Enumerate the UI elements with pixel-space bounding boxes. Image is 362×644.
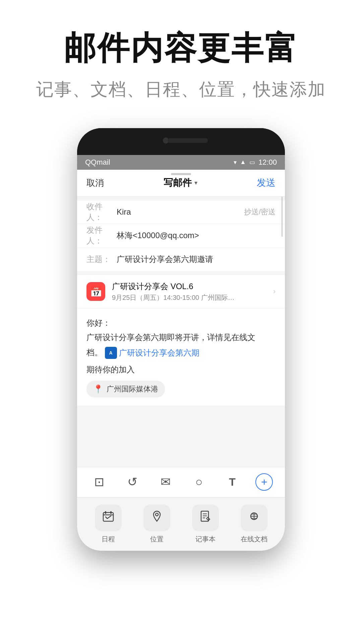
- calendar-chevron-icon: ›: [273, 287, 276, 296]
- location-label: 位置: [150, 535, 164, 544]
- body-line1: 广研设计分享会第六期即将开讲，详情见在线文: [86, 331, 276, 344]
- status-bar-right: ▾ ▲ ▭ 12:00: [234, 158, 277, 167]
- chevron-down-icon: ▾: [194, 179, 197, 186]
- email-form: 收件人： Kira 抄送/密送 发件人： 林海<10000@qq.com> 主题…: [77, 201, 285, 271]
- location-pin-icon: 📍: [93, 384, 103, 394]
- phone-mockup: QQmail ▾ ▲ ▭ 12:00 取消 写邮件 ▾ 发送: [77, 128, 285, 551]
- mail-icon[interactable]: ✉: [156, 472, 176, 492]
- hero-section: 邮件内容更丰富 记事、文档、日程、位置，快速添加: [0, 0, 362, 121]
- memo-icon-wrap: [192, 504, 219, 531]
- hero-title: 邮件内容更丰富: [0, 30, 362, 66]
- to-value[interactable]: Kira: [117, 207, 244, 217]
- subject-value[interactable]: 广研设计分享会第六期邀请: [117, 254, 276, 265]
- screen-content: 取消 写邮件 ▾ 发送 收件人： Kira 抄送/密送 发件人： 林海<1: [77, 170, 285, 551]
- memo-icon: [199, 510, 212, 526]
- body-greeting: 你好：: [86, 317, 276, 329]
- schedule-label: 日程: [102, 535, 115, 544]
- text-format-icon[interactable]: T: [222, 472, 242, 492]
- bottom-action-bar: 日程 位置: [77, 497, 285, 551]
- schedule-icon: [102, 510, 115, 526]
- compose-header: 取消 写邮件 ▾ 发送: [77, 170, 285, 197]
- email-body[interactable]: 你好： 广研设计分享会第六期即将开讲，详情见在线文 档。 A 广研设计分享会第六…: [77, 309, 285, 406]
- send-button[interactable]: 发送: [257, 176, 276, 189]
- location-icon-wrap: [143, 504, 170, 531]
- cc-button[interactable]: 抄送/密送: [244, 207, 276, 217]
- action-item-location[interactable]: 位置: [132, 504, 181, 544]
- phone-wrapper: QQmail ▾ ▲ ▭ 12:00 取消 写邮件 ▾ 发送: [0, 121, 362, 551]
- doc-icon: A: [105, 347, 117, 359]
- signal-icon: ▲: [240, 159, 246, 166]
- attach-icon[interactable]: ↺: [122, 472, 142, 492]
- status-bar-time: 12:00: [258, 158, 277, 167]
- subject-label: 主题：: [86, 254, 117, 265]
- compose-title: 写邮件: [164, 176, 192, 189]
- wifi-icon: ▾: [234, 159, 237, 166]
- svg-rect-3: [110, 511, 112, 514]
- docs-label: 在线文档: [241, 535, 267, 544]
- status-bar-app-name: QQmail: [85, 158, 110, 167]
- calendar-icon: 📅: [90, 286, 102, 298]
- body-ending: 期待你的加入: [86, 363, 276, 376]
- svg-point-4: [156, 513, 158, 516]
- image-icon[interactable]: ⊡: [89, 472, 109, 492]
- battery-icon: ▭: [249, 159, 255, 166]
- from-field[interactable]: 发件人： 林海<10000@qq.com>: [77, 224, 285, 248]
- to-field[interactable]: 收件人： Kira 抄送/密送: [77, 201, 285, 224]
- calendar-icon-wrap: 📅: [86, 282, 105, 301]
- from-value[interactable]: 林海<10000@qq.com>: [117, 230, 276, 241]
- calendar-info: 广研设计分享会 VOL.6 9月25日（周五）14:30-15:00 广州国际…: [112, 281, 266, 302]
- from-label: 发件人：: [86, 225, 117, 246]
- phone-speaker: [168, 138, 208, 143]
- svg-rect-2: [105, 511, 106, 514]
- doc-link-text[interactable]: 广研设计分享会第六期: [119, 346, 199, 360]
- phone-top-bar: [77, 128, 285, 155]
- doc-icon-letter: A: [109, 349, 113, 357]
- body-line2: 档。 A 广研设计分享会第六期: [86, 346, 276, 360]
- memo-label: 记事本: [195, 535, 216, 544]
- location-icon: [150, 510, 163, 526]
- location-chip[interactable]: 📍 广州国际媒体港: [86, 381, 165, 397]
- to-label: 收件人：: [86, 201, 117, 223]
- docs-icon: [248, 510, 260, 526]
- compose-title-area: 写邮件 ▾: [164, 176, 197, 189]
- subject-field[interactable]: 主题： 广研设计分享会第六期邀请: [77, 248, 285, 271]
- hero-subtitle: 记事、文档、日程、位置，快速添加: [0, 78, 362, 101]
- doc-link-inline[interactable]: A 广研设计分享会第六期: [105, 346, 199, 360]
- svg-rect-0: [103, 513, 113, 521]
- status-bar: QQmail ▾ ▲ ▭ 12:00: [77, 155, 285, 170]
- drag-handle: [171, 173, 191, 175]
- body-line2-text: 档。: [86, 348, 103, 357]
- action-item-memo[interactable]: 记事本: [181, 504, 230, 544]
- schedule-icon-wrap: [95, 504, 122, 531]
- action-item-docs[interactable]: 在线文档: [230, 504, 278, 544]
- location-text: 广州国际媒体港: [107, 384, 158, 394]
- toolbar: ⊡ ↺ ✉ ○ T +: [77, 467, 285, 497]
- body-line1-text: 广研设计分享会第六期即将开讲，详情见在线文: [86, 333, 255, 342]
- calendar-event-title: 广研设计分享会 VOL.6: [112, 281, 266, 292]
- cancel-button[interactable]: 取消: [86, 177, 104, 189]
- calendar-attachment[interactable]: 📅 广研设计分享会 VOL.6 9月25日（周五）14:30-15:00 广州国…: [77, 275, 285, 309]
- calendar-event-detail: 9月25日（周五）14:30-15:00 广州国际…: [112, 293, 266, 302]
- scrollbar[interactable]: [281, 197, 283, 237]
- action-item-schedule[interactable]: 日程: [84, 504, 132, 544]
- clock-icon[interactable]: ○: [189, 472, 209, 492]
- plus-button[interactable]: +: [255, 473, 273, 491]
- docs-icon-wrap: [241, 504, 267, 531]
